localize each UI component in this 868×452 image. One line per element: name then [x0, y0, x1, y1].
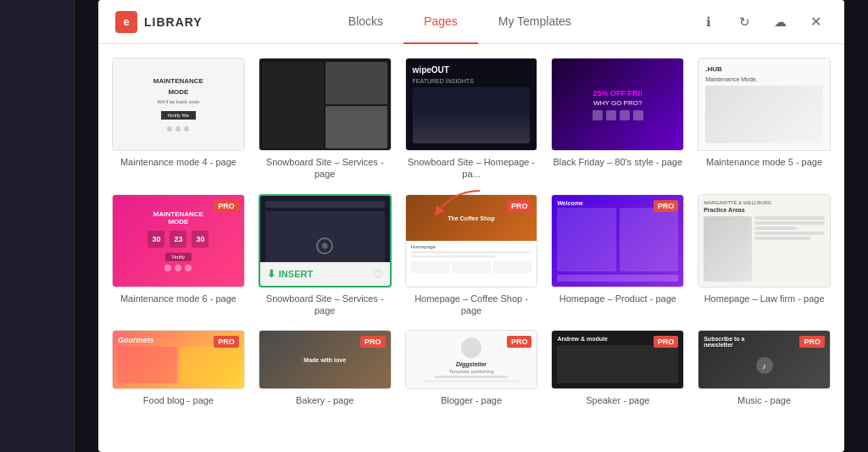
template-card-t1[interactable]: MAINTENANCE MODE We'll be back soon Noti…: [112, 58, 245, 181]
library-modal: e LIBRARY Blocks Pages My Templates ℹ ↻ …: [98, 0, 844, 452]
template-thumb-t7: ⊕ ⬇ INSERT ♡: [259, 194, 392, 287]
template-name-t2: Snowboard Site – Services - page: [259, 156, 392, 181]
template-card-t4[interactable]: 25% OFF FRI! WHY GO PRO? Black Friday – …: [551, 58, 684, 181]
pro-badge-t11: PRO: [214, 336, 239, 348]
template-thumb-t12: Made with love PRO: [259, 330, 392, 389]
modal-header: e LIBRARY Blocks Pages My Templates ℹ ↻ …: [98, 0, 844, 44]
template-thumb-t15: Subscribe to anewsletter ♪ PRO: [698, 330, 831, 389]
tab-my-templates[interactable]: My Templates: [478, 0, 592, 44]
template-hover-overlay: ⬇ INSERT ♡: [260, 262, 390, 286]
favorite-icon[interactable]: ♡: [373, 268, 383, 281]
template-thumb-t8: The Coffee Shop Homepage: [405, 194, 538, 287]
template-name-t15: Music - page: [698, 394, 831, 406]
download-icon: ⬇: [267, 268, 275, 280]
template-card-t13[interactable]: Diggsteller Template publishing PRO Blog…: [405, 330, 538, 415]
tab-blocks[interactable]: Blocks: [328, 0, 403, 44]
pro-badge-t14: PRO: [654, 336, 679, 348]
template-card-t9[interactable]: Welcome PRO Homepage – Product - page: [551, 194, 684, 317]
template-thumb-t6: MAINTENANCEMODE 30 23 30 Notify: [112, 194, 245, 287]
template-thumb-t4: 25% OFF FRI! WHY GO PRO?: [551, 58, 684, 151]
template-name-t3: Snowboard Site – Homepage - pa...: [405, 156, 538, 181]
template-card-t5[interactable]: .HUB Maintenance Mode. Maintenance mode …: [698, 58, 831, 181]
search-circle-icon: ⊕: [316, 237, 333, 254]
template-thumb-t14: Andrew & module PRO: [551, 330, 684, 389]
modal-tabs: Blocks Pages My Templates: [223, 0, 697, 44]
pro-badge-t12: PRO: [360, 336, 386, 348]
template-card-t3[interactable]: wipeOUT FEATURED INSIGHTS Snowboard Site…: [405, 58, 538, 181]
elementor-icon: e: [115, 11, 137, 33]
pro-badge-t8: PRO: [507, 200, 532, 212]
template-thumb-t1: MAINTENANCE MODE We'll be back soon Noti…: [112, 58, 245, 151]
pro-badge-t13: PRO: [507, 336, 532, 348]
template-name-t11: Food blog - page: [112, 394, 245, 406]
template-thumb-t2: [259, 58, 392, 151]
refresh-icon[interactable]: ↻: [732, 10, 756, 34]
template-card-t6[interactable]: MAINTENANCEMODE 30 23 30 Notify: [112, 194, 245, 317]
template-card-t7[interactable]: ⊕ ⬇ INSERT ♡ Snowboard Site – Servic: [259, 194, 392, 317]
modal-actions: ℹ ↻ ☁ ✕: [697, 10, 827, 34]
template-card-t14[interactable]: Andrew & module PRO Speaker - page: [551, 330, 684, 415]
template-card-t11[interactable]: Gourmets PRO Food blog - page: [112, 330, 245, 415]
template-thumb-t13: Diggsteller Template publishing PRO: [405, 330, 538, 389]
template-thumb-t3: wipeOUT FEATURED INSIGHTS: [405, 58, 538, 151]
pro-badge-t6: PRO: [214, 200, 239, 212]
template-name-t14: Speaker - page: [551, 394, 684, 406]
template-thumb-t11: Gourmets PRO: [112, 330, 245, 389]
editor-sidebar: [0, 0, 75, 452]
template-name-t6: Maintenance mode 6 - page: [112, 293, 245, 304]
info-icon[interactable]: ℹ: [697, 10, 721, 34]
template-card-t15[interactable]: Subscribe to anewsletter ♪ PRO Music - p…: [698, 330, 831, 415]
template-grid[interactable]: MAINTENANCE MODE We'll be back soon Noti…: [98, 44, 844, 452]
template-thumb-t10: MARGARITTE & WELLBURG Practice Areas: [698, 194, 831, 287]
template-thumb-t9: Welcome PRO: [551, 194, 684, 287]
template-name-t12: Bakery - page: [259, 394, 392, 406]
insert-button[interactable]: ⬇ INSERT: [267, 268, 313, 280]
modal-overlay: e LIBRARY Blocks Pages My Templates ℹ ↻ …: [75, 0, 868, 452]
template-name-t13: Blogger - page: [405, 394, 538, 406]
template-name-t8: Homepage – Coffee Shop - page: [405, 293, 538, 317]
template-name-t7: Snowboard Site – Services - page: [259, 293, 392, 317]
template-name-t4: Black Friday – 80's style - page: [551, 156, 684, 168]
template-thumb-t5: .HUB Maintenance Mode.: [698, 58, 831, 151]
template-card-t8[interactable]: The Coffee Shop Homepage: [405, 194, 538, 317]
pro-badge-t15: PRO: [799, 336, 825, 348]
template-card-t10[interactable]: MARGARITTE & WELLBURG Practice Areas: [698, 194, 831, 317]
close-button[interactable]: ✕: [804, 10, 827, 34]
save-icon[interactable]: ☁: [768, 10, 792, 34]
template-card-t2[interactable]: Snowboard Site – Services - page: [259, 58, 392, 181]
library-logo: e LIBRARY: [115, 11, 203, 33]
template-name-t10: Homepage – Law firm - page: [698, 293, 831, 304]
template-name-t9: Homepage – Product - page: [551, 293, 684, 304]
pro-badge-t9: PRO: [654, 200, 679, 212]
modal-body: MAINTENANCE MODE We'll be back soon Noti…: [98, 44, 844, 452]
library-title: LIBRARY: [144, 15, 203, 29]
template-card-t12[interactable]: Made with love PRO Bakery - page: [259, 330, 392, 415]
template-name-t5: Maintenance mode 5 - page: [698, 156, 831, 168]
template-name-t1: Maintenance mode 4 - page: [112, 156, 245, 168]
tab-pages[interactable]: Pages: [403, 0, 478, 44]
